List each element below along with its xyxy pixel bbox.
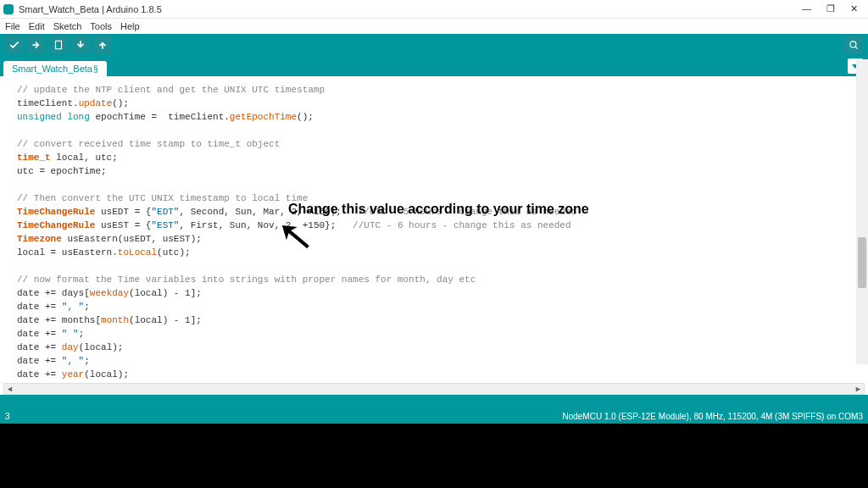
upload-button[interactable] <box>27 36 46 54</box>
menu-sketch[interactable]: Sketch <box>53 21 82 31</box>
horizontal-scrollbar[interactable]: ◄ ► <box>3 383 865 395</box>
menu-bar: File Edit Sketch Tools Help <box>0 19 868 34</box>
menu-edit[interactable]: Edit <box>29 21 45 31</box>
status-bar: 3 NodeMCU 1.0 (ESP-12E Module), 80 MHz, … <box>0 408 868 424</box>
arduino-ide-window: Smart_Watch_Beta | Arduino 1.8.5 — ❐ ✕ F… <box>0 0 868 424</box>
arduino-logo-icon <box>3 4 14 14</box>
tab-label: Smart_Watch_Beta <box>12 64 92 74</box>
vertical-scrollbar[interactable] <box>856 59 868 364</box>
minimize-button[interactable]: — <box>802 3 811 14</box>
console-area <box>0 395 868 408</box>
status-line-number: 3 <box>5 412 10 421</box>
close-button[interactable]: ✕ <box>850 3 858 14</box>
svg-rect-0 <box>56 41 62 48</box>
status-board-info: NodeMCU 1.0 (ESP-12E Module), 80 MHz, 11… <box>562 412 863 421</box>
open-button[interactable] <box>71 36 90 54</box>
menu-help[interactable]: Help <box>120 21 140 31</box>
sketch-tab[interactable]: Smart_Watch_Beta§ <box>3 61 107 76</box>
code-editor[interactable]: // update the NTP client and get the UNI… <box>3 76 865 383</box>
new-button[interactable] <box>49 36 68 54</box>
toolbar <box>0 34 868 56</box>
letterbox-bottom <box>0 424 868 488</box>
menu-tools[interactable]: Tools <box>90 21 112 31</box>
save-button[interactable] <box>93 36 112 54</box>
window-title: Smart_Watch_Beta | Arduino 1.8.5 <box>19 4 162 14</box>
tab-strip: Smart_Watch_Beta§ <box>0 56 868 76</box>
verify-button[interactable] <box>5 36 24 54</box>
window-controls: — ❐ ✕ <box>802 3 865 14</box>
menu-file[interactable]: File <box>5 21 20 31</box>
tab-section-mark: § <box>93 64 98 74</box>
title-bar: Smart_Watch_Beta | Arduino 1.8.5 — ❐ ✕ <box>0 0 868 19</box>
code-content: // update the NTP client and get the UNI… <box>17 83 851 383</box>
scroll-left-icon[interactable]: ◄ <box>6 385 14 393</box>
scrollbar-thumb[interactable] <box>858 237 866 288</box>
editor-area: // update the NTP client and get the UNI… <box>0 76 868 395</box>
scroll-right-icon[interactable]: ► <box>854 385 862 393</box>
serial-monitor-button[interactable] <box>844 36 863 54</box>
maximize-button[interactable]: ❐ <box>826 3 835 14</box>
